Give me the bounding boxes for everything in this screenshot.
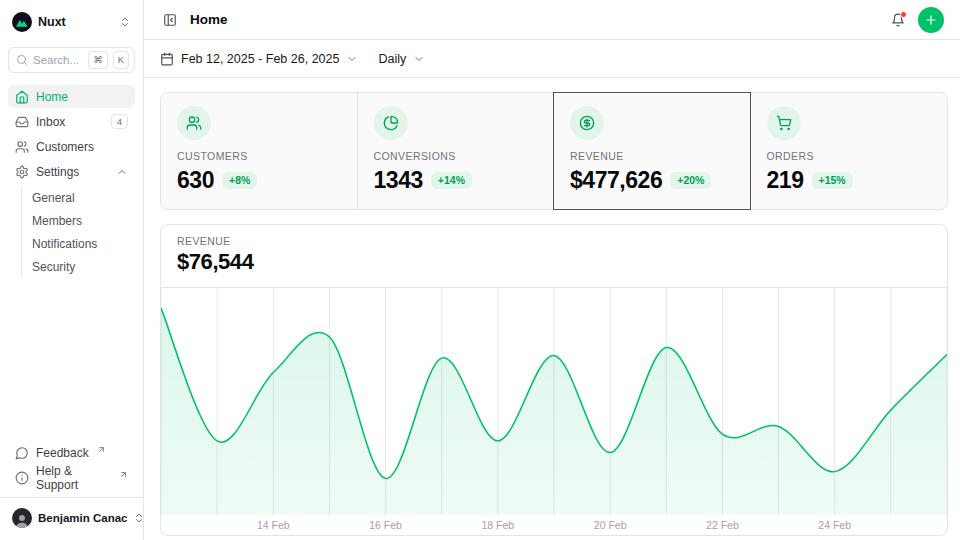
revenue-chart-card: REVENUE $76,544 14 Feb16 Feb18 Feb20 Feb… xyxy=(160,224,948,536)
sidebar-item-home[interactable]: Home xyxy=(8,85,135,108)
notification-dot xyxy=(900,11,907,18)
chart-metric-value: $76,544 xyxy=(177,249,931,275)
kbd-cmd: ⌘ xyxy=(88,51,108,69)
sidebar-item-label: Customers xyxy=(36,140,94,154)
revenue-area-chart[interactable] xyxy=(161,288,947,515)
x-tick-label: 24 Feb xyxy=(818,519,851,531)
workspace-selector[interactable]: Nuxt xyxy=(8,8,135,36)
user-menu[interactable]: Benjamin Canac xyxy=(8,504,135,532)
chart-header: REVENUE $76,544 xyxy=(161,225,947,288)
search-icon xyxy=(16,54,28,66)
sidebar-footer: Feedback Help & Support xyxy=(8,441,135,489)
x-tick-label: 22 Feb xyxy=(706,519,739,531)
search-input[interactable]: ⌘ K xyxy=(8,47,135,73)
chevron-down-icon xyxy=(413,53,425,65)
external-link-icon xyxy=(119,470,128,479)
sidebar-item-label: Home xyxy=(36,90,68,104)
chart-pie-icon xyxy=(374,106,408,140)
x-axis-labels: 14 Feb16 Feb18 Feb20 Feb22 Feb24 Feb xyxy=(161,515,947,535)
chevron-down-icon xyxy=(346,53,358,65)
calendar-icon xyxy=(160,52,174,66)
stat-card-customers[interactable]: CUSTOMERS 630 +8% xyxy=(161,93,358,209)
top-header: Home xyxy=(144,0,960,40)
sidebar-spacer xyxy=(8,277,135,441)
inbox-count-badge: 4 xyxy=(111,114,128,130)
user-name: Benjamin Canac xyxy=(38,512,127,524)
nuxt-logo-icon xyxy=(12,12,32,32)
info-circle-icon xyxy=(15,471,29,485)
chart-body: 14 Feb16 Feb18 Feb20 Feb22 Feb24 Feb xyxy=(161,288,947,535)
sidebar-nav: Home Inbox 4 Customers Settings General … xyxy=(8,85,135,277)
sidebar-item-customers[interactable]: Customers xyxy=(8,135,135,158)
sidebar: Nuxt ⌘ K Home Inbox 4 Customers Settings… xyxy=(0,0,144,540)
chevrons-up-down-icon xyxy=(119,16,131,28)
stat-label: REVENUE xyxy=(570,150,734,162)
stat-value: 630 xyxy=(177,167,214,194)
sidebar-item-members[interactable]: Members xyxy=(22,210,135,231)
x-tick-label: 18 Feb xyxy=(481,519,514,531)
sidebar-item-general[interactable]: General xyxy=(22,187,135,208)
sidebar-divider xyxy=(0,497,143,498)
help-support-link[interactable]: Help & Support xyxy=(8,466,135,489)
settings-submenu: General Members Notifications Security xyxy=(21,187,135,277)
x-tick-label: 16 Feb xyxy=(369,519,402,531)
add-new-button[interactable] xyxy=(918,7,944,33)
date-range-label: Feb 12, 2025 - Feb 26, 2025 xyxy=(181,52,339,66)
plus-icon xyxy=(924,13,938,27)
period-select[interactable]: Daily xyxy=(378,52,425,66)
message-bubble-icon xyxy=(15,446,29,460)
user-avatar xyxy=(12,508,32,528)
stat-label: ORDERS xyxy=(767,150,932,162)
circle-dollar-icon xyxy=(570,106,604,140)
gear-icon xyxy=(15,165,29,179)
page-title: Home xyxy=(190,12,228,27)
date-range-picker[interactable]: Feb 12, 2025 - Feb 26, 2025 xyxy=(160,52,358,66)
x-tick-label: 20 Feb xyxy=(594,519,627,531)
stat-value: 1343 xyxy=(374,167,423,194)
x-tick-label: 14 Feb xyxy=(257,519,290,531)
stat-value: 219 xyxy=(767,167,804,194)
sidebar-item-inbox[interactable]: Inbox 4 xyxy=(8,110,135,133)
workspace-name: Nuxt xyxy=(38,15,66,29)
stat-card-conversions[interactable]: CONVERSIONS 1343 +14% xyxy=(358,93,555,209)
stat-card-revenue[interactable]: REVENUE $477,626 +20% xyxy=(554,93,751,209)
header-actions xyxy=(888,7,944,33)
notifications-button[interactable] xyxy=(888,10,908,30)
stat-delta-badge: +8% xyxy=(222,172,257,189)
stat-card-orders[interactable]: ORDERS 219 +15% xyxy=(751,93,948,209)
inbox-icon xyxy=(15,115,29,129)
sidebar-item-notifications[interactable]: Notifications xyxy=(22,233,135,254)
panel-left-close-icon xyxy=(163,13,177,27)
stat-delta-badge: +15% xyxy=(812,172,853,189)
chart-metric-label: REVENUE xyxy=(177,235,931,247)
footer-item-label: Feedback xyxy=(36,446,89,460)
stat-delta-badge: +20% xyxy=(670,172,711,189)
shopping-cart-icon xyxy=(767,106,801,140)
stat-delta-badge: +14% xyxy=(431,172,472,189)
dashboard-content: CUSTOMERS 630 +8% CONVERSIONS 1343 +14% … xyxy=(144,78,960,540)
stats-row: CUSTOMERS 630 +8% CONVERSIONS 1343 +14% … xyxy=(160,92,948,210)
period-label: Daily xyxy=(378,52,406,66)
stat-label: CONVERSIONS xyxy=(374,150,538,162)
users-icon xyxy=(15,140,29,154)
footer-item-label: Help & Support xyxy=(36,464,111,492)
sidebar-item-label: Settings xyxy=(36,165,79,179)
main-panel: Home Feb 12, 2025 - Feb 26, 2025 Daily xyxy=(144,0,960,540)
search-field[interactable] xyxy=(33,54,83,66)
kbd-k: K xyxy=(113,51,129,69)
sidebar-item-security[interactable]: Security xyxy=(22,256,135,277)
filters-toolbar: Feb 12, 2025 - Feb 26, 2025 Daily xyxy=(144,40,960,78)
collapse-sidebar-button[interactable] xyxy=(160,10,180,30)
sidebar-item-label: Inbox xyxy=(36,115,65,129)
feedback-link[interactable]: Feedback xyxy=(8,441,135,464)
external-link-icon xyxy=(97,445,106,454)
users-icon xyxy=(177,106,211,140)
stat-label: CUSTOMERS xyxy=(177,150,341,162)
stat-value: $477,626 xyxy=(570,167,662,194)
chevron-up-icon xyxy=(116,166,128,178)
home-icon xyxy=(15,90,29,104)
sidebar-item-settings[interactable]: Settings xyxy=(8,160,135,183)
